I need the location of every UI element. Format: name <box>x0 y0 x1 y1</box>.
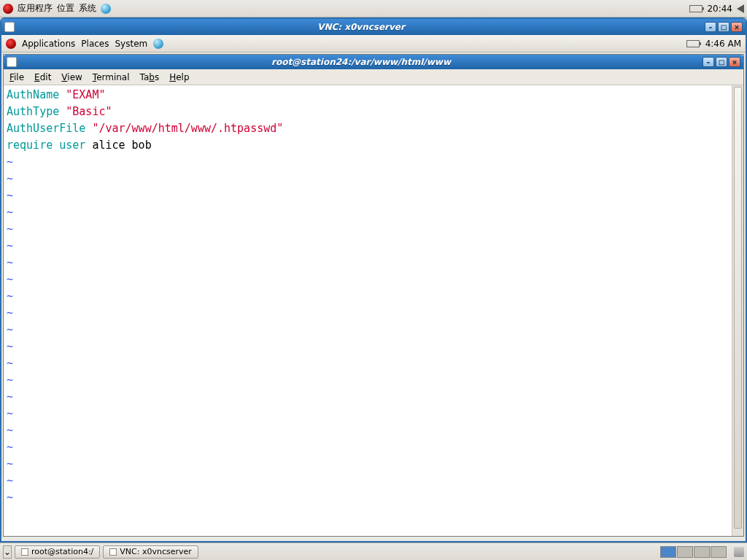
txt-users: alice bob <box>85 139 151 152</box>
redhat-icon <box>6 39 16 49</box>
terminal-window: root@station24:/var/www/html/www – □ × F… <box>3 54 744 537</box>
vim-tilde: ~ <box>7 440 13 454</box>
taskbar-label: VNC: x0vncserver <box>120 547 192 556</box>
trash-icon[interactable] <box>734 547 744 557</box>
host-menu-system[interactable]: 系统 <box>79 2 96 15</box>
host-menu-places[interactable]: 位置 <box>57 2 74 15</box>
bottom-taskbar: ⌄ root@station4:/ VNC: x0vncserver <box>0 542 747 560</box>
battery-icon[interactable] <box>689 5 703 12</box>
menu-help[interactable]: Help <box>169 72 189 82</box>
menu-terminal[interactable]: Terminal <box>93 72 130 82</box>
close-button[interactable]: × <box>731 22 743 32</box>
workspace-3[interactable] <box>694 546 710 558</box>
vnc-window: VNC: x0vncserver – □ × Applications Plac… <box>0 18 747 542</box>
minimize-button[interactable]: – <box>705 22 716 32</box>
gnome-menu-places[interactable]: Places <box>81 39 109 49</box>
menu-view[interactable]: View <box>61 72 82 82</box>
vim-tilde: ~ <box>7 457 13 470</box>
vim-tilde: ~ <box>7 323 13 336</box>
vim-tilde: ~ <box>7 357 13 370</box>
vim-tilde: ~ <box>7 373 13 386</box>
taskbar-item-vnc[interactable]: VNC: x0vncserver <box>103 545 198 559</box>
vim-tilde: ~ <box>7 256 13 269</box>
workspace-switcher[interactable] <box>660 546 727 558</box>
vim-tilde: ~ <box>7 306 13 319</box>
show-desktop-button[interactable]: ⌄ <box>3 545 12 559</box>
host-top-panel: 应用程序 位置 系统 20:44 <box>0 0 747 18</box>
vim-tilde: ~ <box>7 155 13 168</box>
str-path: "/var/www/html/www/.htpasswd" <box>92 122 283 135</box>
scrollbar-thumb[interactable] <box>734 87 742 529</box>
terminal-body[interactable]: AuthName "EXAM" AuthType "Basic" AuthUse… <box>4 85 732 536</box>
speaker-icon[interactable] <box>737 4 744 13</box>
menu-tabs[interactable]: Tabs <box>140 72 160 82</box>
workspace-1[interactable] <box>660 546 676 558</box>
menu-edit[interactable]: Edit <box>34 72 51 82</box>
vim-tilde: ~ <box>7 340 13 353</box>
kw-require: require user <box>7 139 85 152</box>
taskbar-item-terminal[interactable]: root@station4:/ <box>15 545 100 559</box>
terminal-close-button[interactable]: × <box>729 57 740 67</box>
terminal-titlebar[interactable]: root@station24:/var/www/html/www – □ × <box>4 55 743 69</box>
taskbar-label: root@station4:/ <box>31 547 93 556</box>
window-icon <box>4 22 15 32</box>
vnc-title: VNC: x0vncserver <box>18 22 705 32</box>
workspace-4[interactable] <box>711 546 727 558</box>
vim-tilde: ~ <box>7 407 13 420</box>
vim-tilde: ~ <box>7 239 13 252</box>
kw-authuserfile: AuthUserFile <box>7 122 85 135</box>
vim-tilde: ~ <box>7 222 13 236</box>
vim-tilde: ~ <box>7 491 13 504</box>
kw-authname: AuthName <box>7 88 59 101</box>
kw-authtype: AuthType <box>7 105 59 118</box>
vim-tilde: ~ <box>7 172 13 185</box>
workspace-2[interactable] <box>677 546 693 558</box>
maximize-button[interactable]: □ <box>718 22 729 32</box>
str-basic: "Basic" <box>66 105 112 118</box>
vim-tilde: ~ <box>7 390 13 403</box>
host-menu-applications[interactable]: 应用程序 <box>18 2 53 15</box>
vim-tilde: ~ <box>7 273 13 286</box>
terminal-icon <box>7 57 17 67</box>
vnc-titlebar[interactable]: VNC: x0vncserver – □ × <box>1 19 746 35</box>
battery-icon[interactable] <box>686 40 700 47</box>
terminal-title: root@station24:/var/www/html/www <box>20 57 703 67</box>
host-clock[interactable]: 20:44 <box>707 4 732 14</box>
vim-tilde: ~ <box>7 189 13 202</box>
terminal-minimize-button[interactable]: – <box>703 57 714 67</box>
vim-tilde: ~ <box>7 206 13 219</box>
str-exam: "EXAM" <box>66 88 105 101</box>
gnome-top-panel: Applications Places System 4:46 AM <box>1 35 746 52</box>
window-icon <box>109 548 117 556</box>
gnome-clock[interactable]: 4:46 AM <box>705 39 741 49</box>
menu-file[interactable]: File <box>9 72 24 82</box>
vim-tilde: ~ <box>7 289 13 303</box>
vim-tilde: ~ <box>7 424 13 437</box>
terminal-scrollbar[interactable] <box>732 85 743 536</box>
redhat-icon <box>3 4 13 14</box>
terminal-maximize-button[interactable]: □ <box>716 57 727 67</box>
gnome-menu-system[interactable]: System <box>115 39 147 49</box>
vim-tilde: ~ <box>7 474 13 487</box>
gnome-menu-applications[interactable]: Applications <box>22 39 75 49</box>
globe-icon[interactable] <box>101 4 111 14</box>
globe-icon[interactable] <box>153 39 163 49</box>
terminal-menubar: File Edit View Terminal Tabs Help <box>4 69 743 85</box>
terminal-icon <box>21 548 28 556</box>
